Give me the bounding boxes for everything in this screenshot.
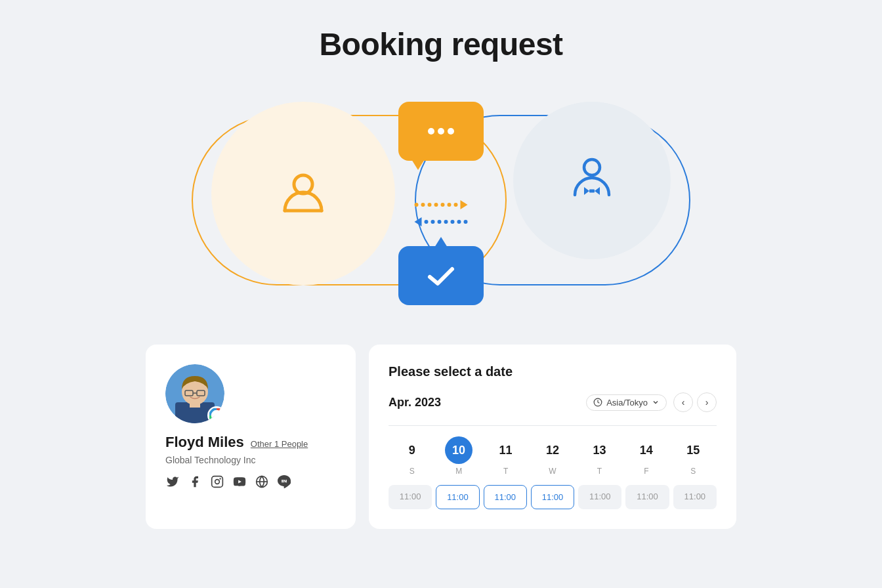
day-number-9[interactable]: 9 bbox=[398, 436, 426, 464]
time-slot-4[interactable]: 11:00 bbox=[578, 485, 621, 509]
next-month-button[interactable]: › bbox=[697, 392, 717, 412]
calendar-days-row: 9 S 10 M 11 T 12 W 13 T 14 F bbox=[388, 436, 717, 476]
youtube-icon[interactable] bbox=[232, 474, 247, 489]
svg-point-6 bbox=[448, 128, 454, 135]
time-slot-3[interactable]: 11:00 bbox=[531, 485, 574, 509]
chevron-down-icon bbox=[652, 398, 660, 406]
day-number-14[interactable]: 14 bbox=[633, 436, 660, 464]
svg-rect-3 bbox=[589, 190, 595, 193]
day-number-11[interactable]: 11 bbox=[492, 436, 520, 464]
globe-icon[interactable] bbox=[255, 474, 269, 489]
profile-company: Global Technology Inc bbox=[165, 455, 256, 465]
prev-month-button[interactable]: ‹ bbox=[673, 392, 693, 412]
day-label-s2: S bbox=[690, 467, 696, 476]
svg-point-5 bbox=[438, 128, 444, 135]
requester-circle bbox=[211, 102, 395, 285]
facebook-icon[interactable] bbox=[188, 474, 202, 489]
service-provider-icon bbox=[566, 153, 618, 208]
day-number-13[interactable]: 13 bbox=[585, 436, 613, 464]
svg-point-16 bbox=[215, 480, 220, 484]
person-icon bbox=[277, 166, 329, 221]
svg-point-17 bbox=[220, 478, 220, 479]
social-icons-row bbox=[165, 474, 291, 489]
profile-card: Floyd Miles Other 1 People Global Techno… bbox=[146, 345, 356, 529]
day-label-t2: T bbox=[597, 467, 602, 476]
profile-name: Floyd Miles bbox=[165, 434, 244, 451]
day-column-fri: 14 F bbox=[623, 436, 669, 476]
colorful-badge bbox=[207, 406, 224, 423]
time-slot-5[interactable]: 11:00 bbox=[625, 485, 669, 509]
calendar-header: Apr. 2023 Asia/Tokyo ‹ › bbox=[388, 392, 717, 412]
check-card-icon bbox=[398, 246, 484, 305]
svg-point-2 bbox=[584, 159, 600, 175]
time-slot-2[interactable]: 11:00 bbox=[484, 485, 527, 509]
clock-icon bbox=[593, 398, 602, 407]
calendar-nav: ‹ › bbox=[673, 392, 717, 412]
day-column-mon: 10 M bbox=[435, 436, 482, 476]
day-column-thu: 13 T bbox=[576, 436, 623, 476]
chat-bubble-icon bbox=[398, 102, 484, 161]
day-column-wed: 12 W bbox=[529, 436, 576, 476]
svg-rect-15 bbox=[212, 476, 223, 488]
bottom-section: Floyd Miles Other 1 People Global Techno… bbox=[146, 345, 736, 529]
service-circle bbox=[513, 102, 671, 259]
instagram-icon[interactable] bbox=[210, 474, 224, 489]
other-people-link[interactable]: Other 1 People bbox=[251, 439, 308, 449]
time-slot-1[interactable]: 11:00 bbox=[436, 485, 479, 509]
day-number-12[interactable]: 12 bbox=[539, 436, 566, 464]
day-label-w: W bbox=[549, 467, 556, 476]
day-column-tue: 11 T bbox=[482, 436, 529, 476]
time-slot-0[interactable]: 11:00 bbox=[388, 485, 432, 509]
timezone-label: Asia/Tokyo bbox=[606, 398, 648, 408]
calendar-month-label: Apr. 2023 bbox=[388, 396, 441, 410]
profile-name-row: Floyd Miles Other 1 People bbox=[165, 434, 308, 451]
calendar-card: Please select a date Apr. 2023 Asia/Toky… bbox=[369, 345, 736, 529]
timezone-selector[interactable]: Asia/Tokyo bbox=[586, 394, 667, 411]
day-label-s1: S bbox=[410, 467, 415, 476]
day-label-f: F bbox=[644, 467, 648, 476]
line-icon[interactable] bbox=[277, 474, 291, 489]
twitter-icon[interactable] bbox=[165, 474, 180, 489]
calendar-section-title: Please select a date bbox=[388, 364, 717, 379]
avatar bbox=[165, 364, 224, 423]
day-label-m: M bbox=[455, 467, 462, 476]
time-slot-6[interactable]: 11:00 bbox=[673, 485, 717, 509]
day-number-15[interactable]: 15 bbox=[679, 436, 707, 464]
page-title: Booking request bbox=[319, 26, 562, 62]
day-label-t1: T bbox=[503, 467, 508, 476]
day-number-10[interactable]: 10 bbox=[445, 436, 472, 464]
time-slots-row: 11:00 11:00 11:00 11:00 11:00 11:00 11:0… bbox=[388, 485, 717, 509]
calendar-divider bbox=[388, 425, 717, 426]
day-column-sun: 9 S bbox=[388, 436, 435, 476]
svg-point-4 bbox=[428, 128, 434, 135]
day-column-sat: 15 S bbox=[670, 436, 717, 476]
hero-illustration bbox=[192, 89, 690, 312]
